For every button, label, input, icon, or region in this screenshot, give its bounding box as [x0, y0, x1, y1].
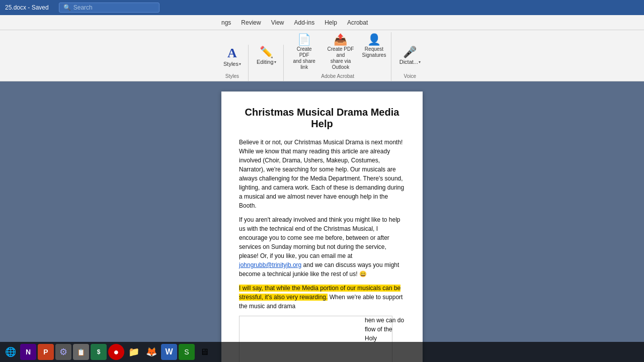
paragraph-2-before-link: If you aren't already involved and think… [239, 216, 400, 259]
ribbon-group-styles: A Styles ▾ Styles [216, 45, 249, 81]
taskbar-taskmanager[interactable]: ⚙ [55, 344, 71, 360]
voice-buttons: 🎤 Dictat... ▾ [396, 45, 424, 67]
request-signatures-label: RequestSignatures [362, 46, 386, 58]
taskbar-notepad[interactable]: 📋 [73, 344, 89, 360]
tab-acrobat[interactable]: Acrobat [342, 15, 373, 30]
tab-help[interactable]: Help [319, 15, 342, 30]
search-box[interactable]: 🔍 [59, 3, 159, 13]
styles-group-label: Styles [225, 72, 239, 81]
taskbar-excel-addon[interactable]: $ [91, 344, 107, 360]
editing-button[interactable]: ✏️ Editing ▾ [254, 45, 279, 67]
ribbon-group-acrobat: 📄 Create PDFand share link 📤 Create PDF … [285, 32, 391, 81]
ribbon-group-editing: ✏️ Editing ▾ [250, 45, 284, 81]
dictate-dropdown-arrow: ▾ [419, 60, 421, 64]
document-body[interactable]: Believe it or not, our Christmas Musical… [239, 138, 405, 362]
title-bar: 25.docx - Saved 🔍 [0, 0, 644, 15]
paragraph-1: Believe it or not, our Christmas Musical… [239, 138, 405, 210]
taskbar-folder[interactable]: 📁 [126, 344, 142, 360]
taskbar-red-circle[interactable]: ● [108, 344, 124, 360]
tab-view[interactable]: View [266, 15, 289, 30]
editing-buttons: ✏️ Editing ▾ [254, 45, 279, 67]
create-pdf-button[interactable]: 📄 Create PDFand share link [289, 32, 320, 72]
create-pdf-icon: 📄 [297, 34, 311, 45]
tab-review[interactable]: Review [236, 15, 266, 30]
request-signatures-button[interactable]: 👤 RequestSignatures [361, 32, 386, 60]
email-link[interactable]: johngrubb@trinityjb.org [239, 261, 301, 268]
taskbar-word[interactable]: W [161, 344, 177, 360]
paragraph-2: If you aren't already involved and think… [239, 215, 405, 279]
paragraph-3: I will say, that while the Media portion… [239, 284, 405, 311]
voice-group-label: Voice [404, 72, 416, 81]
editing-label: Editing [257, 59, 274, 65]
ribbon-tab-bar: ngs Review View Add-ins Help Acrobat [0, 15, 644, 30]
dictate-icon: 🎤 [403, 47, 417, 58]
ribbon-group-voice: 🎤 Dictat... ▾ Voice [392, 45, 428, 81]
ribbon-content: A Styles ▾ Styles ✏️ Editing ▾ [0, 30, 644, 81]
editing-icon: ✏️ [260, 47, 273, 58]
search-input[interactable] [73, 4, 154, 11]
search-icon: 🔍 [63, 4, 71, 11]
taskbar-firefox[interactable]: 🦊 [143, 344, 159, 360]
create-pdf-share-button[interactable]: 📤 Create PDF andshare via Outlook [322, 32, 360, 72]
styles-button[interactable]: A Styles ▾ [220, 45, 244, 69]
document-title: Christmas Musical Drama Media Help [239, 107, 405, 130]
overflow-p4: hen we can do flow of the Holy [365, 316, 405, 343]
editing-dropdown-arrow: ▾ [274, 60, 276, 64]
filename-label: 25.docx - Saved [5, 4, 49, 11]
taskbar-powerpoint[interactable]: P [38, 344, 54, 360]
styles-dropdown-arrow: ▾ [239, 62, 241, 66]
create-pdf-share-label: Create PDF andshare via Outlook [325, 46, 357, 70]
dictate-label: Dictat... [399, 59, 418, 65]
taskbar: 🌐 N P ⚙ 📋 $ ● 📁 🦊 W S 🖥 [0, 342, 644, 362]
dictate-button[interactable]: 🎤 Dictat... ▾ [396, 45, 424, 67]
tab-ngs[interactable]: ngs [216, 15, 236, 30]
request-signatures-icon: 👤 [367, 34, 381, 45]
document-area: Christmas Musical Drama Media Help Belie… [0, 81, 644, 362]
taskbar-solitaire[interactable]: S [179, 344, 195, 360]
acrobat-buttons: 📄 Create PDFand share link 📤 Create PDF … [289, 32, 387, 72]
create-pdf-share-icon: 📤 [334, 34, 347, 45]
create-pdf-label: Create PDFand share link [292, 46, 317, 70]
styles-label: Styles [223, 61, 238, 67]
document-page: Christmas Musical Drama Media Help Belie… [221, 92, 423, 362]
taskbar-display[interactable]: 🖥 [196, 344, 212, 360]
taskbar-edge[interactable]: 🌐 [3, 344, 19, 360]
ribbon: ngs Review View Add-ins Help Acrobat A S… [0, 15, 644, 81]
styles-buttons: A Styles ▾ [220, 45, 244, 69]
styles-icon: A [227, 47, 237, 60]
taskbar-onenote[interactable]: N [20, 344, 36, 360]
tab-addins[interactable]: Add-ins [289, 15, 320, 30]
acrobat-group-label: Adobe Acrobat [321, 72, 354, 81]
